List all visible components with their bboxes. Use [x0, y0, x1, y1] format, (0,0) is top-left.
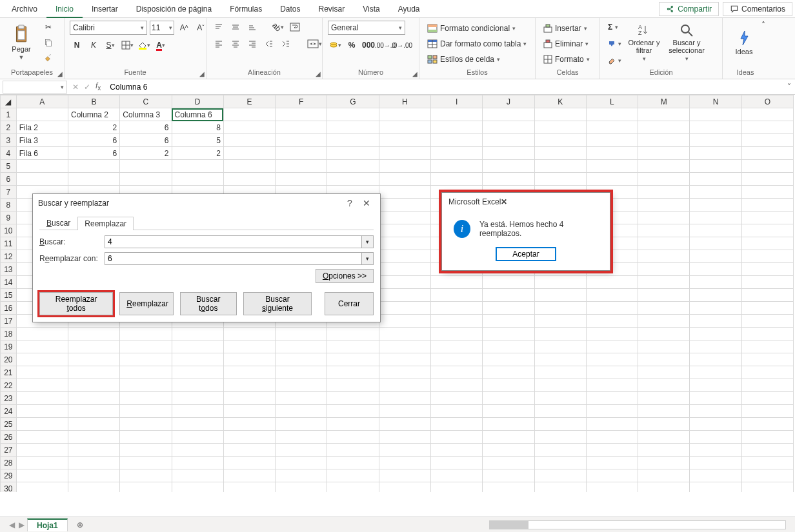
- cell-E1[interactable]: [223, 108, 275, 121]
- cell-D4[interactable]: 2: [172, 147, 223, 160]
- cell-M3[interactable]: [638, 134, 690, 147]
- cell-K3[interactable]: [534, 134, 586, 147]
- cell-J20[interactable]: [483, 353, 534, 366]
- select-all-corner[interactable]: ◢: [1, 95, 17, 108]
- cell-L24[interactable]: [586, 405, 638, 418]
- cell-G24[interactable]: [327, 405, 379, 418]
- aceptar-button[interactable]: Aceptar: [496, 247, 556, 261]
- cell-E21[interactable]: [223, 366, 275, 379]
- insert-cells-button[interactable]: Insertar▾: [541, 22, 590, 35]
- cell-O15[interactable]: [741, 289, 793, 302]
- cell-J28[interactable]: [483, 457, 534, 469]
- col-header-J[interactable]: J: [483, 95, 534, 108]
- cell-C4[interactable]: 2: [120, 147, 172, 160]
- cell-B19[interactable]: [68, 340, 119, 353]
- cell-M29[interactable]: [638, 469, 690, 482]
- cell-O8[interactable]: [741, 199, 793, 212]
- cell-O19[interactable]: [741, 340, 793, 353]
- cell-O27[interactable]: [741, 444, 793, 457]
- cell-C21[interactable]: [120, 366, 172, 379]
- cell-J29[interactable]: [483, 469, 534, 482]
- name-box[interactable]: ▾: [3, 81, 67, 94]
- cell-C3[interactable]: 6: [120, 134, 172, 147]
- cell-J23[interactable]: [483, 392, 534, 405]
- cell-B23[interactable]: [68, 392, 119, 405]
- cell-E29[interactable]: [223, 469, 275, 482]
- cell-H9[interactable]: [379, 212, 430, 224]
- cell-D5[interactable]: [172, 160, 223, 173]
- align-center-button[interactable]: [228, 37, 243, 50]
- clear-button[interactable]: ▾: [605, 54, 624, 67]
- buscar-todos-button[interactable]: Buscar todos: [180, 292, 237, 315]
- cell-H23[interactable]: [379, 392, 430, 405]
- cell-E4[interactable]: [223, 147, 275, 160]
- cell-M7[interactable]: [638, 186, 690, 199]
- cell-O11[interactable]: [741, 237, 793, 250]
- cell-B4[interactable]: 6: [68, 147, 119, 160]
- dialog-launcher-icon[interactable]: ◢: [316, 70, 321, 77]
- cell-I20[interactable]: [430, 353, 482, 366]
- cell-F23[interactable]: [276, 392, 327, 405]
- font-size-select[interactable]: 11▾: [150, 21, 174, 35]
- cell-O17[interactable]: [741, 315, 793, 328]
- align-middle-button[interactable]: [228, 21, 243, 34]
- col-header-I[interactable]: I: [430, 95, 482, 108]
- cell-O28[interactable]: [741, 457, 793, 469]
- cell-N12[interactable]: [690, 250, 741, 263]
- row-header-5[interactable]: 5: [1, 160, 17, 173]
- cell-F24[interactable]: [276, 405, 327, 418]
- cell-K24[interactable]: [534, 405, 586, 418]
- cell-I29[interactable]: [430, 469, 482, 482]
- align-bottom-button[interactable]: [245, 21, 259, 34]
- cancel-icon[interactable]: ✕: [72, 83, 79, 92]
- cell-F3[interactable]: [276, 134, 327, 147]
- row-header-17[interactable]: 17: [1, 315, 17, 328]
- cell-B3[interactable]: 6: [68, 134, 119, 147]
- col-header-M[interactable]: M: [638, 95, 690, 108]
- cell-L28[interactable]: [586, 457, 638, 469]
- cell-L26[interactable]: [586, 431, 638, 444]
- cell-H6[interactable]: [379, 173, 430, 186]
- fill-color-button[interactable]: ▾: [137, 39, 151, 52]
- increase-decimal-button[interactable]: .00→.0: [378, 39, 392, 52]
- cell-E30[interactable]: [223, 482, 275, 493]
- cell-C5[interactable]: [120, 160, 172, 173]
- cell-F19[interactable]: [276, 340, 327, 353]
- cell-G28[interactable]: [327, 457, 379, 469]
- formula-input[interactable]: [106, 80, 782, 94]
- cell-H29[interactable]: [379, 469, 430, 482]
- cell-E27[interactable]: [223, 444, 275, 457]
- italic-button[interactable]: K: [86, 39, 101, 52]
- close-icon[interactable]: ✕: [358, 198, 375, 208]
- cell-D22[interactable]: [172, 379, 223, 392]
- cell-L25[interactable]: [586, 418, 638, 431]
- sort-filter-button[interactable]: AZ Ordenar y filtrar▾: [628, 21, 660, 64]
- comments-button[interactable]: Comentarios: [723, 2, 792, 16]
- cell-M12[interactable]: [638, 250, 690, 263]
- cell-D28[interactable]: [172, 457, 223, 469]
- cell-N15[interactable]: [690, 289, 741, 302]
- cell-H1[interactable]: [379, 108, 430, 121]
- cell-J30[interactable]: [483, 482, 534, 493]
- buscar-siguiente-button[interactable]: Buscar siguiente: [243, 292, 312, 315]
- cell-K5[interactable]: [534, 160, 586, 173]
- cell-H20[interactable]: [379, 353, 430, 366]
- cell-A27[interactable]: [16, 444, 68, 457]
- cell-I22[interactable]: [430, 379, 482, 392]
- row-header-6[interactable]: 6: [1, 173, 17, 186]
- cell-F28[interactable]: [276, 457, 327, 469]
- cell-M23[interactable]: [638, 392, 690, 405]
- cell-N23[interactable]: [690, 392, 741, 405]
- cell-J22[interactable]: [483, 379, 534, 392]
- cut-button[interactable]: ✂: [41, 21, 55, 34]
- row-header-18[interactable]: 18: [1, 328, 17, 340]
- cell-J17[interactable]: [483, 315, 534, 328]
- cell-I2[interactable]: [430, 121, 482, 134]
- format-as-table-button[interactable]: Dar formato como tabla▾: [425, 37, 529, 50]
- share-button[interactable]: Compartir: [659, 2, 719, 16]
- find-select-button[interactable]: Buscar y seleccionar▾: [664, 21, 709, 64]
- cell-L17[interactable]: [586, 315, 638, 328]
- cell-M17[interactable]: [638, 315, 690, 328]
- tab-revisar[interactable]: Revisar: [310, 0, 354, 18]
- cell-H18[interactable]: [379, 328, 430, 340]
